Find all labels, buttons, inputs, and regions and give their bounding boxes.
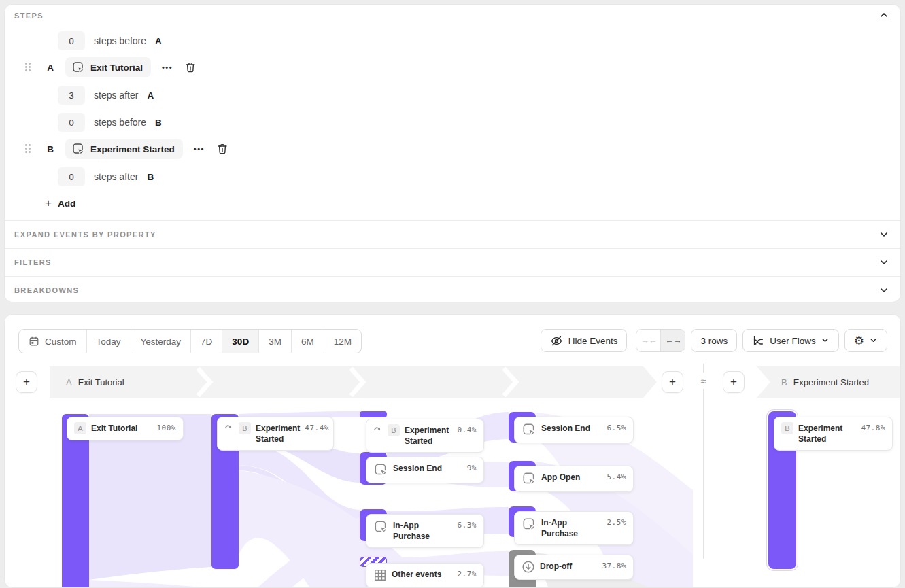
step-b-row: B Experiment Started ••• xyxy=(25,139,228,159)
section-label: EXPAND EVENTS BY PROPERTY xyxy=(14,230,156,239)
flow-step-letter: A xyxy=(66,377,72,387)
section-expand-events-by-property[interactable]: EXPAND EVENTS BY PROPERTY xyxy=(5,220,900,248)
node-percent: 47.8% xyxy=(861,423,885,432)
steps-section-title: STEPS xyxy=(14,12,44,20)
chevron-down-icon xyxy=(880,232,888,237)
hide-events-label: Hide Events xyxy=(568,336,618,346)
node-percent: 0.4% xyxy=(458,425,477,434)
flow-node-card[interactable]: In-App Purchase 2.5% xyxy=(514,511,634,545)
add-step-after-button[interactable]: + xyxy=(662,371,683,393)
flow-node-card[interactable]: B Experiment Started 47.4% xyxy=(217,417,334,451)
step-b-event-button[interactable]: Experiment Started xyxy=(65,139,183,159)
steps-before-label: steps before xyxy=(94,35,146,46)
step-b-more-button[interactable]: ••• xyxy=(194,145,205,153)
node-label: Other events xyxy=(392,569,441,580)
node-label: Experiment Started xyxy=(256,423,300,445)
add-step-button[interactable]: + Add xyxy=(45,196,75,210)
flow-node-card[interactable]: Session End 9% xyxy=(366,457,484,483)
date-range-yesterday[interactable]: Yesterday xyxy=(131,330,192,353)
step-a-event-label: Exit Tutorial xyxy=(90,63,143,73)
flows-chart-panel: Custom Today Yesterday 7D 30D 3M 6M 12M … xyxy=(4,314,901,588)
collapse-columns-button[interactable]: →← xyxy=(636,330,660,351)
node-percent: 9% xyxy=(467,463,477,472)
steps-after-b-row: 0 steps after B xyxy=(58,167,154,187)
step-ref-b: B xyxy=(155,118,162,128)
gear-icon: ⚙ xyxy=(854,335,864,347)
date-range-custom[interactable]: Custom xyxy=(19,330,87,353)
add-step-before-button[interactable]: + xyxy=(16,371,37,393)
skip-arrow-icon xyxy=(224,422,234,431)
step-a-more-button[interactable]: ••• xyxy=(162,63,173,71)
node-percent: 47.4% xyxy=(305,423,329,432)
date-range-today[interactable]: Today xyxy=(87,330,131,353)
settings-dropdown[interactable]: ⚙ xyxy=(844,329,887,352)
section-filters[interactable]: FILTERS xyxy=(5,248,900,276)
flow-start-step[interactable]: A Exit Tutorial xyxy=(66,366,124,398)
steps-after-b-input[interactable]: 0 xyxy=(58,167,85,186)
node-bar-experiment-started-2[interactable] xyxy=(360,411,387,417)
flow-node-card[interactable]: App Open 5.4% xyxy=(514,466,634,492)
steps-after-a-input[interactable]: 3 xyxy=(58,86,85,105)
section-breakdowns[interactable]: BREAKDOWNS xyxy=(5,276,900,304)
flow-node-card[interactable]: Other events 2.7% xyxy=(366,563,484,588)
drag-handle-icon[interactable] xyxy=(25,144,31,154)
date-range-12m[interactable]: 12M xyxy=(324,330,361,353)
sankey-flow-chart: A Exit Tutorial 100% B Experiment Starte… xyxy=(5,402,901,588)
node-percent: 6.5% xyxy=(607,423,627,432)
event-icon xyxy=(373,519,388,534)
rows-count-label: 3 rows xyxy=(700,336,728,346)
flow-step-label: Exit Tutorial xyxy=(78,377,124,387)
flow-node-card[interactable]: B Experiment Started 0.4% xyxy=(366,419,484,453)
drag-handle-icon[interactable] xyxy=(25,63,31,72)
node-label: App Open xyxy=(541,472,580,483)
plus-icon: + xyxy=(730,375,737,389)
date-range-3m[interactable]: 3M xyxy=(259,330,292,353)
calendar-icon xyxy=(29,336,39,347)
add-step-before-b-button[interactable]: + xyxy=(723,371,745,393)
step-b-event-label: Experiment Started xyxy=(90,144,175,154)
flow-end-step[interactable]: B Experiment Started xyxy=(781,366,869,398)
step-a-delete-button[interactable] xyxy=(184,61,197,73)
date-range-30d-selected[interactable]: 30D xyxy=(222,330,259,353)
steps-after-a-row: 3 steps after A xyxy=(58,85,154,105)
date-range-label: 30D xyxy=(232,336,249,347)
node-label: Experiment Started xyxy=(405,425,453,447)
flow-node-card[interactable]: A Exit Tutorial 100% xyxy=(67,417,184,440)
step-a-row: A Exit Tutorial ••• xyxy=(25,57,197,77)
date-range-6m[interactable]: 6M xyxy=(292,330,324,353)
expand-columns-button[interactable]: ←→ xyxy=(660,330,685,351)
chevron-down-icon xyxy=(870,338,878,343)
step-b-delete-button[interactable] xyxy=(216,143,228,155)
date-range-label: 7D xyxy=(201,336,212,347)
flow-step-bands xyxy=(5,366,901,398)
flow-node-card[interactable]: In-App Purchase 6.3% xyxy=(366,514,484,548)
steps-before-label: steps before xyxy=(94,117,146,128)
node-label: Experiment Started xyxy=(798,423,856,445)
date-range-label: 6M xyxy=(301,336,314,347)
rows-count-button[interactable]: 3 rows xyxy=(691,329,737,352)
flow-node-card[interactable]: Session End 6.5% xyxy=(514,417,634,443)
node-label: Session End xyxy=(393,463,442,474)
view-type-dropdown[interactable]: User Flows xyxy=(742,329,839,352)
step-a-event-button[interactable]: Exit Tutorial xyxy=(65,57,151,77)
node-percent: 37.8% xyxy=(602,561,626,570)
chevron-down-icon xyxy=(880,260,888,265)
grid-icon xyxy=(373,568,387,582)
flow-node-card[interactable]: B Experiment Started 47.8% xyxy=(774,417,893,451)
chevron-up-icon[interactable] xyxy=(880,12,888,18)
chart-controls: Hide Events →← ←→ 3 rows User Flows ⚙ xyxy=(541,329,887,352)
eye-off-icon xyxy=(550,334,563,347)
date-range-7d[interactable]: 7D xyxy=(191,330,222,353)
steps-after-label: steps after xyxy=(94,171,138,182)
step-ref-a: A xyxy=(147,90,154,101)
steps-before-b-input[interactable]: 0 xyxy=(58,113,85,132)
section-label: FILTERS xyxy=(14,258,52,266)
approx-break-icon: ≈ xyxy=(694,373,713,389)
steps-after-label: steps after xyxy=(94,90,138,101)
chevron-down-icon xyxy=(821,338,830,343)
node-percent: 2.7% xyxy=(458,569,477,578)
steps-before-a-input[interactable]: 0 xyxy=(58,31,85,50)
flow-node-card[interactable]: Drop-off 37.8% xyxy=(514,555,634,580)
step-a-letter: A xyxy=(44,63,56,73)
hide-events-button[interactable]: Hide Events xyxy=(541,329,628,352)
